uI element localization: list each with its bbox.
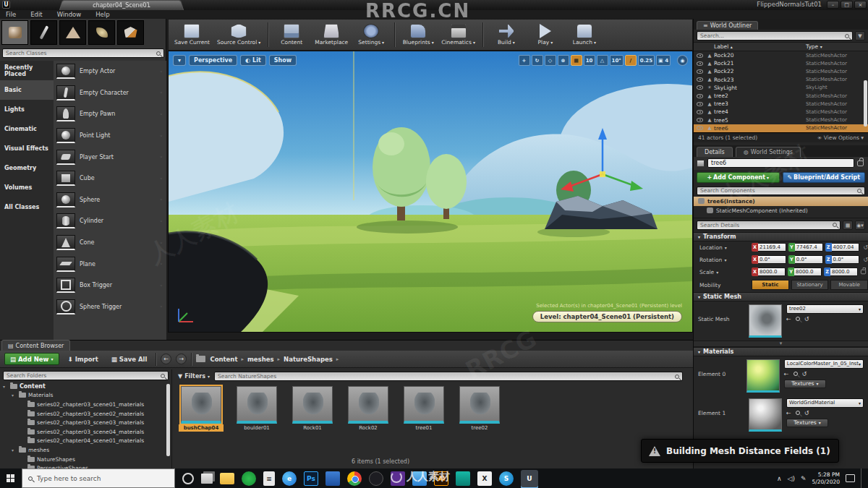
blueprints-button[interactable]: Blueprints▾ bbox=[402, 24, 434, 46]
rotation-snap-icon[interactable]: △ bbox=[597, 55, 608, 66]
folder-tree-item[interactable]: series02_chapter03_scene04_materials bbox=[0, 427, 171, 437]
build-button[interactable]: Build▾ bbox=[490, 24, 522, 46]
folder-pane-scrollbar[interactable] bbox=[166, 384, 170, 456]
placement-item[interactable]: Point Light ◦ bbox=[54, 125, 166, 147]
grab-handle-icon[interactable]: ◦ bbox=[160, 69, 163, 74]
textures-button[interactable]: Textures▾ bbox=[786, 419, 828, 427]
viewport-options-button[interactable]: ▾ bbox=[173, 55, 186, 66]
menu-item[interactable]: File bbox=[6, 11, 16, 18]
placement-item[interactable]: Empty Actor ◦ bbox=[54, 61, 166, 82]
asset-tile[interactable]: tree02 bbox=[456, 386, 503, 432]
save-current-button[interactable]: Save Current bbox=[174, 24, 210, 46]
scale-z-field[interactable]: Z8000.0 bbox=[824, 267, 858, 276]
taskbar-clock[interactable]: 5:28 PM 5/20/2020 bbox=[812, 471, 840, 486]
menu-item[interactable]: Edit bbox=[30, 11, 42, 18]
menu-item[interactable]: Help bbox=[95, 11, 109, 18]
materials-section-header[interactable]: ▾Materials bbox=[694, 347, 868, 356]
save-all-button[interactable]: ▦Save All bbox=[107, 353, 152, 365]
grab-handle-icon[interactable]: ◦ bbox=[160, 176, 163, 181]
use-selected-asset-icon[interactable]: ← bbox=[786, 410, 791, 416]
tab-world-settings[interactable]: ◍World Settings bbox=[736, 147, 801, 157]
content-button[interactable]: Content bbox=[276, 24, 307, 46]
scale-snap-icon[interactable]: / bbox=[625, 55, 637, 66]
skype-icon[interactable]: S bbox=[499, 471, 514, 486]
browse-asset-icon[interactable] bbox=[796, 411, 800, 415]
lock-icon[interactable] bbox=[857, 160, 864, 166]
level-viewport[interactable]: ▾ Perspective ◐Lit Show +↻◇⊕▦10△10°/0.25… bbox=[168, 51, 693, 333]
outliner-row[interactable]: ▲ Rock23 StaticMeshActor bbox=[694, 76, 868, 84]
outliner-row[interactable]: ▲ Rock22 StaticMeshActor bbox=[694, 67, 868, 75]
menu-item[interactable]: Window bbox=[57, 11, 82, 18]
translate-tool-icon[interactable]: + bbox=[519, 55, 530, 66]
use-selected-asset-icon[interactable]: ← bbox=[786, 316, 791, 322]
edge-browser-icon[interactable]: e bbox=[282, 471, 297, 486]
visibility-eye-icon[interactable] bbox=[697, 77, 703, 82]
placement-category[interactable]: Geometry bbox=[0, 158, 54, 178]
placement-category[interactable]: Cinematic bbox=[0, 119, 54, 139]
scale-lock-icon[interactable] bbox=[861, 270, 866, 274]
grab-handle-icon[interactable]: ◦ bbox=[160, 283, 163, 288]
visibility-eye-icon[interactable] bbox=[697, 94, 703, 98]
material-dropdown[interactable]: WorldGridMaterial▾ bbox=[786, 398, 864, 408]
grab-handle-icon[interactable]: ◦ bbox=[160, 90, 163, 95]
teal-app-icon[interactable] bbox=[456, 471, 470, 486]
geometry-mode-icon[interactable] bbox=[117, 20, 144, 45]
import-button[interactable]: ⬇Import bbox=[64, 353, 103, 365]
source-control-button[interactable]: Source Control▾ bbox=[217, 24, 260, 46]
scale-y-field[interactable]: Y8000.0 bbox=[788, 267, 822, 276]
placement-item[interactable]: Cube ◦ bbox=[54, 168, 166, 189]
grab-handle-icon[interactable]: ◦ bbox=[160, 218, 163, 224]
tab-world-outliner[interactable]: ≡World Outliner bbox=[697, 21, 758, 30]
outliner-filter-icon[interactable]: ▼ bbox=[855, 31, 865, 40]
placement-item[interactable]: Empty Pawn ◦ bbox=[54, 103, 166, 125]
taskbar-search-input[interactable]: Type here to search bbox=[22, 468, 175, 488]
visibility-eye-icon[interactable] bbox=[697, 85, 703, 90]
outliner-row[interactable]: ▲ tree6 StaticMeshActor bbox=[694, 124, 868, 132]
search-folders-input[interactable]: Search Folders bbox=[3, 371, 169, 380]
reset-asset-icon[interactable]: ↺ bbox=[802, 371, 807, 377]
expand-details-arrow[interactable]: ▾ bbox=[694, 341, 868, 347]
visibility-eye-icon[interactable] bbox=[697, 126, 703, 130]
placement-category[interactable]: Lights bbox=[0, 100, 54, 119]
use-selected-asset-icon[interactable]: ← bbox=[784, 371, 789, 377]
add-new-button[interactable]: ▤Add New▾ bbox=[4, 353, 59, 365]
grab-handle-icon[interactable]: ◦ bbox=[160, 111, 163, 117]
placement-category[interactable]: Visual Effects bbox=[0, 139, 54, 158]
asset-tile[interactable]: Rock02 bbox=[345, 386, 391, 432]
search-details-input[interactable]: Search Details bbox=[697, 221, 841, 230]
visibility-eye-icon[interactable] bbox=[697, 69, 703, 74]
photoshop-icon[interactable]: Ps bbox=[304, 471, 318, 486]
forward-button[interactable]: → bbox=[176, 354, 187, 364]
outliner-row[interactable]: ▲ tree3 StaticMeshActor bbox=[694, 100, 868, 108]
breadcrumb-item[interactable]: meshes bbox=[247, 356, 274, 363]
outliner-column-headers[interactable]: Label ▴ Type ▾ bbox=[694, 42, 868, 51]
asset-tile[interactable]: boulder01 bbox=[234, 386, 280, 432]
grab-handle-icon[interactable]: ◦ bbox=[160, 133, 163, 139]
outliner-scrollbar[interactable] bbox=[864, 80, 867, 127]
mobility-option[interactable]: Stationary bbox=[791, 280, 829, 290]
folder-tree-item[interactable]: NatureShapes bbox=[0, 455, 171, 464]
paint-mode-icon[interactable] bbox=[30, 20, 57, 45]
rotation-x-field[interactable]: X0.0° bbox=[752, 255, 786, 264]
rotation-z-field[interactable]: Z0.0° bbox=[825, 255, 860, 264]
visibility-eye-icon[interactable] bbox=[697, 61, 703, 66]
grid-snap-value[interactable]: 10 bbox=[584, 55, 595, 66]
search-assets-input[interactable]: Search NatureShapes bbox=[214, 372, 683, 381]
component-row-instance[interactable]: tree6(Instance) bbox=[694, 197, 868, 206]
location-y-field[interactable]: Y77467.4 bbox=[788, 243, 823, 252]
rotate-tool-icon[interactable]: ↻ bbox=[532, 55, 543, 66]
grab-handle-icon[interactable]: ◦ bbox=[160, 261, 163, 267]
breadcrumb-item[interactable]: Content bbox=[210, 356, 237, 363]
outliner-row[interactable]: ▲ Rock21 StaticMeshActor bbox=[694, 59, 868, 67]
material-thumbnail[interactable] bbox=[749, 398, 782, 432]
minimize-button[interactable]: – bbox=[827, 1, 839, 9]
visibility-eye-icon[interactable] bbox=[697, 118, 703, 122]
static-mesh-thumbnail[interactable] bbox=[749, 304, 782, 338]
screen-recorder-icon[interactable] bbox=[242, 471, 256, 486]
mobility-option[interactable]: Static bbox=[752, 280, 789, 290]
blueprint-add-script-button[interactable]: ✎Blueprint/Add Script bbox=[783, 172, 866, 183]
placement-category[interactable]: Basic bbox=[0, 80, 54, 100]
folder-tree-item[interactable]: series02_chapter03_scene01_materials bbox=[0, 400, 171, 409]
landscape-mode-icon[interactable] bbox=[59, 20, 86, 45]
surface-snap-toggle-icon[interactable]: ▦ bbox=[571, 55, 582, 66]
